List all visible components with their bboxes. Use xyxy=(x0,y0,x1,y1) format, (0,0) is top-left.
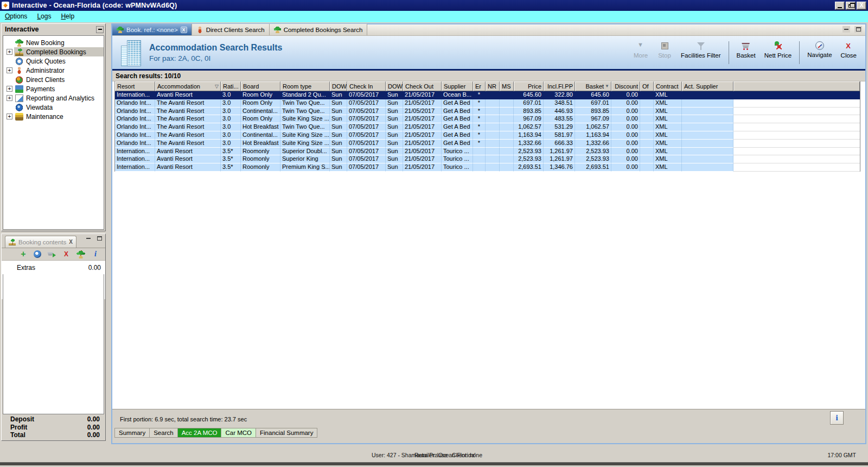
close-tab-icon[interactable]: X xyxy=(181,27,187,33)
nett-price-button[interactable]: Nett Price xyxy=(760,40,796,65)
column-header-rati[interactable]: Rati... xyxy=(221,81,241,91)
column-header-supplier[interactable]: Supplier xyxy=(442,81,473,91)
sidebar-item-administrator[interactable]: Administrator xyxy=(3,66,104,75)
sidebar-item-reporting-and-analytics[interactable]: Reporting and Analytics xyxy=(3,93,104,103)
bottom-tab-summary[interactable]: Summary xyxy=(114,428,150,438)
table-row[interactable]: Orlando Int...The Avanti Resort3.0Hot Br… xyxy=(115,140,860,148)
column-header-incl-fl-pp[interactable]: Incl.Fl.PP xyxy=(544,81,575,91)
main-panel-minimize-button[interactable] xyxy=(843,26,850,33)
bottom-tab-label: Car MCO xyxy=(225,430,252,436)
column-header-dow[interactable]: DOW xyxy=(330,81,347,91)
table-row[interactable]: Orlando Int...The Avanti Resort3.0Room O… xyxy=(115,115,860,123)
info-button[interactable] xyxy=(830,411,844,425)
table-cell: 3.0 xyxy=(221,108,241,116)
table-cell xyxy=(640,163,654,172)
table-row[interactable]: Internation...Avanti Resort3.5*RoomonlyS… xyxy=(115,155,860,163)
menu-item-logs[interactable]: Logs xyxy=(32,11,56,22)
tab-book-ref-none[interactable]: Book. ref.: <none> X xyxy=(112,24,192,35)
booking-contents-tab[interactable]: Booking contents X xyxy=(5,236,76,248)
more-button[interactable]: More xyxy=(629,40,653,65)
tab-completed-bookings-search[interactable]: Completed Bookings Search xyxy=(270,24,368,35)
column-header-check-out[interactable]: Check Out xyxy=(403,81,442,91)
sidebar-item-payments[interactable]: Payments xyxy=(3,84,104,93)
column-header-of[interactable]: Of xyxy=(640,81,654,91)
basket-button[interactable]: Basket xyxy=(732,40,760,65)
basket-move-icon[interactable] xyxy=(47,250,56,258)
quote-icon[interactable] xyxy=(34,250,41,258)
sidebar-item-new-booking[interactable]: New Booking xyxy=(3,38,104,47)
expander-icon[interactable] xyxy=(7,49,12,55)
column-header-er[interactable]: Er xyxy=(473,81,486,91)
table-cell: 21/05/2017 xyxy=(403,140,442,148)
sidebar-item-maintenance[interactable]: Maintenance xyxy=(3,112,104,121)
person-icon xyxy=(196,27,203,33)
column-header-accommodation[interactable]: Accommodation▽ xyxy=(155,81,221,91)
table-row[interactable]: Orlando Int...The Avanti Resort3.0Contin… xyxy=(115,131,860,140)
add-icon[interactable] xyxy=(19,250,28,258)
close-window-button[interactable]: X xyxy=(857,2,866,10)
palm-tree-icon xyxy=(117,27,124,33)
table-row[interactable]: Orlando Int...The Avanti Resort3.0Contin… xyxy=(115,108,860,116)
table-cell xyxy=(500,155,514,163)
filter-funnel-icon[interactable]: ▽ xyxy=(215,84,219,89)
holiday-icon[interactable] xyxy=(76,250,85,258)
facilities-filter-button[interactable]: Facilities Filter xyxy=(676,40,725,65)
menu-item-help[interactable]: Help xyxy=(56,11,79,22)
table-cell: 0.00 xyxy=(611,163,640,172)
expander-icon[interactable] xyxy=(7,113,12,119)
main-panel: Book. ref.: <none> X Direct Clients Sear… xyxy=(111,23,866,444)
navigate-button[interactable]: Navigate xyxy=(803,40,836,65)
column-header-resort[interactable]: Resort xyxy=(115,81,155,91)
table-row[interactable]: Internation...Avanti Resort3.0Room OnlyS… xyxy=(115,91,860,99)
sidebar-item-completed-bookings[interactable]: Completed Bookings xyxy=(3,47,104,56)
table-cell: Orlando Int... xyxy=(115,140,155,148)
column-header-discount[interactable]: Discount xyxy=(611,81,640,91)
column-header-price[interactable]: Price xyxy=(514,81,544,91)
table-row[interactable]: Orlando Int...The Avanti Resort3.0Room O… xyxy=(115,99,860,108)
results-content: Search results: 10/10 Resort Accommodati… xyxy=(112,71,865,409)
expander-icon[interactable] xyxy=(7,95,12,101)
column-header-nr[interactable]: NR xyxy=(486,81,500,91)
menu-item-options[interactable]: Options xyxy=(0,11,32,22)
table-row[interactable]: Internation...Avanti Resort3.5*RoomonlyS… xyxy=(115,148,860,156)
delete-icon[interactable] xyxy=(62,250,71,258)
totals-label: Profit xyxy=(10,424,27,431)
collapse-panel-button[interactable] xyxy=(96,26,104,33)
panel-maximize-button[interactable] xyxy=(95,235,103,242)
sidebar-item-quick-quotes[interactable]: Quick Quotes xyxy=(3,56,104,66)
table-cell: Orlando Int... xyxy=(115,115,155,123)
table-row[interactable]: Orlando Int...The Avanti Resort3.0Hot Br… xyxy=(115,123,860,131)
column-header-contract[interactable]: Contract xyxy=(654,81,682,91)
column-header-ms[interactable]: MS xyxy=(500,81,514,91)
tab-direct-clients-search[interactable]: Direct Clients Search xyxy=(192,24,270,35)
navigate-icon xyxy=(815,41,824,50)
panel-minimize-button[interactable] xyxy=(85,235,92,242)
bottom-tab-car-mco[interactable]: Car MCO xyxy=(221,428,256,438)
close-button[interactable]: Close xyxy=(837,40,861,65)
table-cell: 1,346.76 xyxy=(544,163,575,172)
sidebar-item-direct-clients[interactable]: Direct Clients xyxy=(3,75,104,84)
column-header-basket[interactable]: Basket▼ xyxy=(575,81,611,91)
info-icon[interactable] xyxy=(91,250,100,258)
expander-icon[interactable] xyxy=(7,86,12,92)
bottom-tab-search[interactable]: Search xyxy=(150,428,177,438)
main-panel-maximize-button[interactable] xyxy=(854,26,862,33)
restore-button[interactable] xyxy=(846,2,856,10)
column-header-room-type[interactable]: Room type xyxy=(280,81,330,91)
table-cell xyxy=(682,108,733,116)
sidebar-item-viewdata[interactable]: Viewdata xyxy=(3,103,104,112)
column-header-check-in[interactable]: Check In xyxy=(347,81,386,91)
stop-button[interactable]: Stop xyxy=(653,40,676,65)
table-cell: 21/05/2017 xyxy=(403,91,442,99)
minimize-button[interactable] xyxy=(835,2,845,10)
close-booking-contents-icon[interactable]: X xyxy=(69,239,73,245)
table-row[interactable]: Internation...Avanti Resort3.5*RoomonlyP… xyxy=(115,163,860,172)
bottom-tab-financial-summary[interactable]: Financial Summary xyxy=(256,428,317,438)
column-header-act-supplier[interactable]: Act. Supplier xyxy=(682,81,733,91)
column-header-dow[interactable]: DOW xyxy=(386,81,403,91)
table-cell: Sun xyxy=(330,115,347,123)
expander-icon[interactable] xyxy=(7,67,12,73)
table-cell-filler xyxy=(733,131,860,140)
bottom-tab-acc-2a-mco[interactable]: Acc 2A MCO xyxy=(178,428,222,438)
column-header-board[interactable]: Board xyxy=(241,81,280,91)
